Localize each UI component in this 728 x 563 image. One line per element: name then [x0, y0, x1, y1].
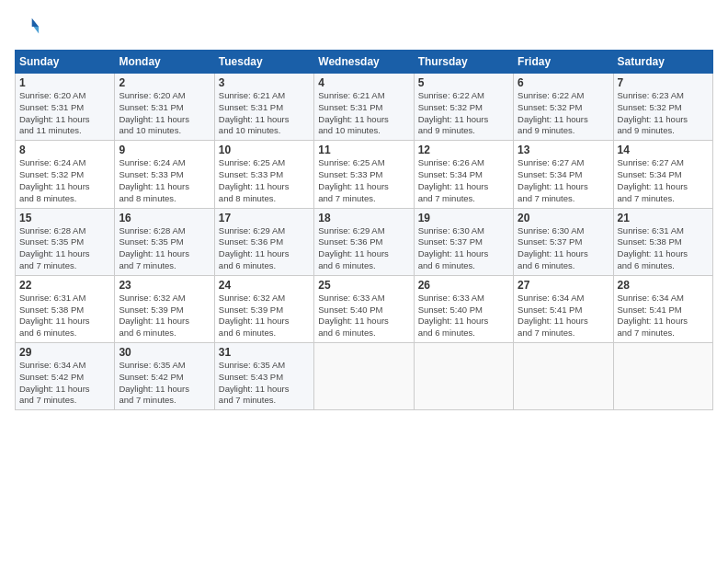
calendar-cell: 6Sunrise: 6:22 AM Sunset: 5:32 PM Daylig… [514, 74, 613, 141]
calendar-cell: 28Sunrise: 6:34 AM Sunset: 5:41 PM Dayli… [613, 275, 712, 342]
calendar-week-row: 22Sunrise: 6:31 AM Sunset: 5:38 PM Dayli… [16, 275, 713, 342]
weekday-header: Friday [514, 51, 613, 74]
day-number: 12 [418, 144, 509, 156]
day-info: Sunrise: 6:23 AM Sunset: 5:32 PM Dayligh… [618, 90, 709, 137]
day-info: Sunrise: 6:30 AM Sunset: 5:37 PM Dayligh… [418, 225, 509, 272]
day-info: Sunrise: 6:31 AM Sunset: 5:38 PM Dayligh… [618, 225, 709, 272]
calendar-cell: 10Sunrise: 6:25 AM Sunset: 5:33 PM Dayli… [214, 141, 313, 208]
calendar-week-row: 8Sunrise: 6:24 AM Sunset: 5:32 PM Daylig… [16, 141, 713, 208]
weekday-header: Saturday [613, 51, 712, 74]
calendar-cell: 22Sunrise: 6:31 AM Sunset: 5:38 PM Dayli… [16, 275, 115, 342]
day-number: 7 [618, 76, 709, 89]
calendar-cell [414, 343, 513, 410]
svg-marker-0 [32, 18, 39, 27]
calendar-week-row: 29Sunrise: 6:34 AM Sunset: 5:42 PM Dayli… [16, 343, 713, 410]
day-number: 6 [518, 76, 609, 89]
calendar-cell: 8Sunrise: 6:24 AM Sunset: 5:32 PM Daylig… [16, 141, 115, 208]
calendar-cell: 25Sunrise: 6:33 AM Sunset: 5:40 PM Dayli… [314, 275, 414, 342]
day-info: Sunrise: 6:32 AM Sunset: 5:39 PM Dayligh… [219, 293, 310, 339]
day-number: 28 [618, 279, 709, 292]
day-info: Sunrise: 6:24 AM Sunset: 5:32 PM Dayligh… [19, 157, 110, 204]
logo [15, 15, 42, 40]
day-number: 2 [119, 76, 210, 89]
calendar-cell: 29Sunrise: 6:34 AM Sunset: 5:42 PM Dayli… [16, 343, 115, 410]
calendar-cell: 14Sunrise: 6:27 AM Sunset: 5:34 PM Dayli… [613, 141, 712, 208]
day-info: Sunrise: 6:35 AM Sunset: 5:42 PM Dayligh… [119, 360, 210, 407]
calendar-cell: 24Sunrise: 6:32 AM Sunset: 5:39 PM Dayli… [214, 275, 313, 342]
day-number: 25 [318, 279, 409, 292]
day-number: 20 [518, 212, 609, 224]
day-number: 19 [418, 212, 509, 224]
day-info: Sunrise: 6:27 AM Sunset: 5:34 PM Dayligh… [618, 157, 709, 204]
day-info: Sunrise: 6:34 AM Sunset: 5:41 PM Dayligh… [618, 293, 709, 339]
day-number: 4 [318, 76, 409, 89]
day-number: 26 [418, 279, 509, 292]
day-info: Sunrise: 6:27 AM Sunset: 5:34 PM Dayligh… [518, 157, 609, 204]
day-number: 16 [119, 212, 210, 224]
calendar-table: SundayMondayTuesdayWednesdayThursdayFrid… [15, 50, 713, 410]
calendar-cell: 21Sunrise: 6:31 AM Sunset: 5:38 PM Dayli… [613, 208, 712, 275]
day-info: Sunrise: 6:33 AM Sunset: 5:40 PM Dayligh… [418, 293, 509, 339]
day-number: 8 [19, 144, 110, 156]
day-info: Sunrise: 6:34 AM Sunset: 5:41 PM Dayligh… [518, 293, 609, 339]
day-info: Sunrise: 6:33 AM Sunset: 5:40 PM Dayligh… [318, 293, 409, 339]
weekday-header: Monday [115, 51, 214, 74]
calendar-cell: 5Sunrise: 6:22 AM Sunset: 5:32 PM Daylig… [414, 74, 513, 141]
header [15, 15, 713, 40]
calendar-cell: 3Sunrise: 6:21 AM Sunset: 5:31 PM Daylig… [214, 74, 313, 141]
weekday-header: Thursday [414, 51, 513, 74]
day-info: Sunrise: 6:30 AM Sunset: 5:37 PM Dayligh… [518, 225, 609, 272]
weekday-header: Tuesday [214, 51, 313, 74]
day-number: 29 [19, 346, 110, 359]
calendar-cell [514, 343, 613, 410]
calendar-cell [314, 343, 414, 410]
calendar-cell: 27Sunrise: 6:34 AM Sunset: 5:41 PM Dayli… [514, 275, 613, 342]
calendar-cell: 31Sunrise: 6:35 AM Sunset: 5:43 PM Dayli… [214, 343, 313, 410]
day-info: Sunrise: 6:31 AM Sunset: 5:38 PM Dayligh… [19, 293, 110, 339]
day-info: Sunrise: 6:20 AM Sunset: 5:31 PM Dayligh… [119, 90, 210, 137]
day-number: 31 [219, 346, 310, 359]
day-info: Sunrise: 6:28 AM Sunset: 5:35 PM Dayligh… [19, 225, 110, 272]
day-number: 10 [219, 144, 310, 156]
calendar-cell: 17Sunrise: 6:29 AM Sunset: 5:36 PM Dayli… [214, 208, 313, 275]
day-info: Sunrise: 6:26 AM Sunset: 5:34 PM Dayligh… [418, 157, 509, 204]
day-number: 24 [219, 279, 310, 292]
day-info: Sunrise: 6:34 AM Sunset: 5:42 PM Dayligh… [19, 360, 110, 407]
day-number: 3 [219, 76, 310, 89]
day-number: 30 [119, 346, 210, 359]
calendar-cell: 1Sunrise: 6:20 AM Sunset: 5:31 PM Daylig… [16, 74, 115, 141]
calendar-cell: 4Sunrise: 6:21 AM Sunset: 5:31 PM Daylig… [314, 74, 414, 141]
day-number: 18 [318, 212, 409, 224]
day-info: Sunrise: 6:22 AM Sunset: 5:32 PM Dayligh… [418, 90, 509, 137]
logo-icon [15, 15, 40, 40]
day-info: Sunrise: 6:21 AM Sunset: 5:31 PM Dayligh… [219, 90, 310, 137]
calendar-cell: 15Sunrise: 6:28 AM Sunset: 5:35 PM Dayli… [16, 208, 115, 275]
day-info: Sunrise: 6:35 AM Sunset: 5:43 PM Dayligh… [219, 360, 310, 407]
calendar-cell: 18Sunrise: 6:29 AM Sunset: 5:36 PM Dayli… [314, 208, 414, 275]
calendar-cell [613, 343, 712, 410]
weekday-header: Wednesday [314, 51, 414, 74]
day-info: Sunrise: 6:20 AM Sunset: 5:31 PM Dayligh… [19, 90, 110, 137]
day-number: 11 [318, 144, 409, 156]
svg-marker-1 [34, 27, 40, 33]
calendar-header-row: SundayMondayTuesdayWednesdayThursdayFrid… [16, 51, 713, 74]
calendar-cell: 20Sunrise: 6:30 AM Sunset: 5:37 PM Dayli… [514, 208, 613, 275]
day-number: 22 [19, 279, 110, 292]
day-number: 17 [219, 212, 310, 224]
calendar-cell: 19Sunrise: 6:30 AM Sunset: 5:37 PM Dayli… [414, 208, 513, 275]
day-number: 21 [618, 212, 709, 224]
day-number: 27 [518, 279, 609, 292]
calendar-cell: 13Sunrise: 6:27 AM Sunset: 5:34 PM Dayli… [514, 141, 613, 208]
day-info: Sunrise: 6:28 AM Sunset: 5:35 PM Dayligh… [119, 225, 210, 272]
day-info: Sunrise: 6:32 AM Sunset: 5:39 PM Dayligh… [119, 293, 210, 339]
weekday-header: Sunday [16, 51, 115, 74]
calendar-cell: 11Sunrise: 6:25 AM Sunset: 5:33 PM Dayli… [314, 141, 414, 208]
day-number: 13 [518, 144, 609, 156]
page: SundayMondayTuesdayWednesdayThursdayFrid… [0, 0, 728, 563]
day-number: 23 [119, 279, 210, 292]
day-number: 14 [618, 144, 709, 156]
day-info: Sunrise: 6:29 AM Sunset: 5:36 PM Dayligh… [219, 225, 310, 272]
calendar-cell: 12Sunrise: 6:26 AM Sunset: 5:34 PM Dayli… [414, 141, 513, 208]
day-info: Sunrise: 6:25 AM Sunset: 5:33 PM Dayligh… [219, 157, 310, 204]
day-info: Sunrise: 6:22 AM Sunset: 5:32 PM Dayligh… [518, 90, 609, 137]
